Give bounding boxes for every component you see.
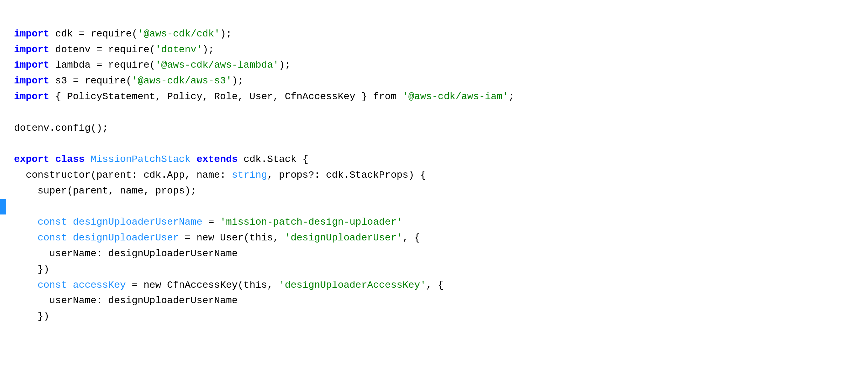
code-token: { PolicyStatement, Policy, Role, User, C…	[49, 89, 373, 105]
code-token: class	[55, 152, 85, 168]
code-line: userName: designUploaderUserName	[14, 293, 854, 309]
code-token: string	[232, 168, 267, 183]
code-token	[49, 152, 55, 168]
code-line: import lambda = require('@aws-cdk/aws-la…	[14, 57, 854, 73]
code-line	[14, 136, 854, 152]
code-token: export	[14, 152, 49, 168]
code-token: import	[14, 73, 49, 89]
code-token: dotenv.config();	[14, 121, 108, 136]
code-token: '@aws-cdk/cdk'	[138, 26, 220, 42]
code-token: '@aws-cdk/aws-s3'	[132, 73, 232, 89]
line-highlight-indicator	[0, 199, 6, 215]
code-token: 'mission-patch-design-uploader'	[220, 214, 402, 230]
code-token: '@aws-cdk/aws-lambda'	[155, 57, 279, 73]
code-token	[14, 230, 37, 246]
code-token: );	[279, 57, 291, 73]
code-token	[67, 230, 73, 246]
code-line: import cdk = require('@aws-cdk/cdk');	[14, 26, 854, 42]
code-line: super(parent, name, props);	[14, 183, 854, 199]
code-token: constructor(parent: cdk.App, name:	[14, 168, 232, 183]
code-line: userName: designUploaderUserName	[14, 246, 854, 262]
code-token: super(parent, name, props);	[14, 183, 197, 199]
code-token: const	[37, 230, 67, 246]
code-token: 'designUploaderAccessKey'	[279, 278, 426, 293]
code-token: userName: designUploaderUserName	[14, 246, 238, 262]
code-token: extends	[197, 152, 238, 168]
code-token: userName: designUploaderUserName	[14, 293, 238, 309]
code-editor: import cdk = require('@aws-cdk/cdk');imp…	[14, 11, 854, 325]
code-line: constructor(parent: cdk.App, name: strin…	[14, 168, 854, 183]
code-token: lambda = require(	[49, 57, 155, 73]
code-token: , {	[402, 230, 420, 246]
code-token: , {	[426, 278, 443, 293]
code-token: = new User(this,	[179, 230, 285, 246]
code-token: import	[14, 26, 49, 42]
code-token: 'dotenv'	[155, 42, 202, 58]
code-token	[67, 278, 73, 293]
code-line: import dotenv = require('dotenv');	[14, 42, 854, 58]
code-line: export class MissionPatchStack extends c…	[14, 152, 854, 168]
code-token: accessKey	[73, 278, 126, 293]
code-token: );	[202, 42, 214, 58]
code-token	[14, 214, 37, 230]
code-line: const designUploaderUser = new User(this…	[14, 230, 854, 246]
code-token: import	[14, 89, 49, 105]
code-token: designUploaderUserName	[73, 214, 202, 230]
code-line	[14, 199, 854, 215]
code-token: '@aws-cdk/aws-iam'	[402, 89, 508, 105]
code-line: const accessKey = new CfnAccessKey(this,…	[14, 278, 854, 293]
code-line: import { PolicyStatement, Policy, Role, …	[14, 89, 854, 105]
code-token: })	[14, 262, 49, 278]
code-token: })	[14, 309, 49, 325]
code-line: })	[14, 309, 854, 325]
code-token	[67, 214, 73, 230]
code-token: import	[14, 42, 49, 58]
code-token: s3 = require(	[49, 73, 132, 89]
code-token: = new CfnAccessKey(this,	[126, 278, 279, 293]
code-line: const designUploaderUserName = 'mission-…	[14, 214, 854, 230]
code-token: , props?: cdk.StackProps) {	[267, 168, 426, 183]
code-token: cdk = require(	[49, 26, 138, 42]
code-token: );	[220, 26, 232, 42]
code-token	[397, 89, 402, 105]
code-token: designUploaderUser	[73, 230, 179, 246]
code-token: import	[14, 57, 49, 73]
code-token	[14, 278, 37, 293]
code-token: from	[373, 89, 397, 105]
code-token: ;	[508, 89, 514, 105]
code-line	[14, 105, 854, 121]
code-token	[85, 152, 91, 168]
code-line: })	[14, 262, 854, 278]
code-line: import s3 = require('@aws-cdk/aws-s3');	[14, 73, 854, 89]
code-token: dotenv = require(	[49, 42, 155, 58]
code-token: =	[202, 214, 220, 230]
code-token: const	[37, 214, 67, 230]
code-token: 'designUploaderUser'	[285, 230, 402, 246]
code-token	[191, 152, 197, 168]
code-token: cdk.Stack {	[238, 152, 309, 168]
code-token: );	[232, 73, 244, 89]
code-line: dotenv.config();	[14, 121, 854, 136]
code-token: const	[37, 278, 67, 293]
code-token: MissionPatchStack	[90, 152, 191, 168]
